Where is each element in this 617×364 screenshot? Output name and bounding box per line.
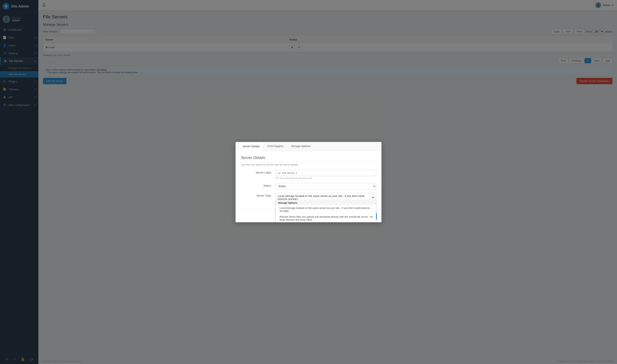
dropdown-group-storage-options: Storage Options xyxy=(276,200,376,205)
server-label-label: Server Label: xyxy=(241,170,275,174)
server-label-hint: For your own internal reference only. xyxy=(275,177,376,180)
dropdown-item-remote-direct[interactable]: Remote Direct (files are upload and down… xyxy=(276,214,376,222)
modal: Server Details CDN Support Storage Optio… xyxy=(235,142,382,222)
status-wrap: Active Inactive xyxy=(275,183,376,189)
status-select[interactable]: Active Inactive xyxy=(275,183,376,189)
form-row-status: Status: Active Inactive xyxy=(241,183,376,189)
tab-cdn-support[interactable]: CDN Support xyxy=(264,142,287,151)
server-label-wrap: For your own internal reference only. xyxy=(275,170,376,180)
modal-tabs: Server Details CDN Support Storage Optio… xyxy=(235,142,382,151)
modal-section-title: Server Details: xyxy=(241,156,376,162)
tab-server-details[interactable]: Server Details xyxy=(239,142,264,151)
server-type-wrap: Local (storage located on the same serve… xyxy=(275,193,376,202)
form-row-server-type: Server Type: Local (storage located on t… xyxy=(241,193,376,202)
modal-body: Server Details: Use the form below to se… xyxy=(235,151,382,210)
dropdown-item-local[interactable]: Local (storage located on the same serve… xyxy=(276,205,376,214)
status-label: Status: xyxy=(241,183,275,187)
server-type-dropdown: Storage Options Local (storage located o… xyxy=(275,200,376,222)
form-row-server-label: Server Label: For your own internal refe… xyxy=(241,170,376,180)
server-type-label: Server Type: xyxy=(241,193,275,197)
modal-overlay[interactable]: Server Details CDN Support Storage Optio… xyxy=(0,0,617,364)
server-label-input[interactable] xyxy=(275,170,376,176)
tab-storage-options[interactable]: Storage Options xyxy=(287,142,314,151)
modal-subtitle: Use the form below to set the new file s… xyxy=(241,163,376,166)
